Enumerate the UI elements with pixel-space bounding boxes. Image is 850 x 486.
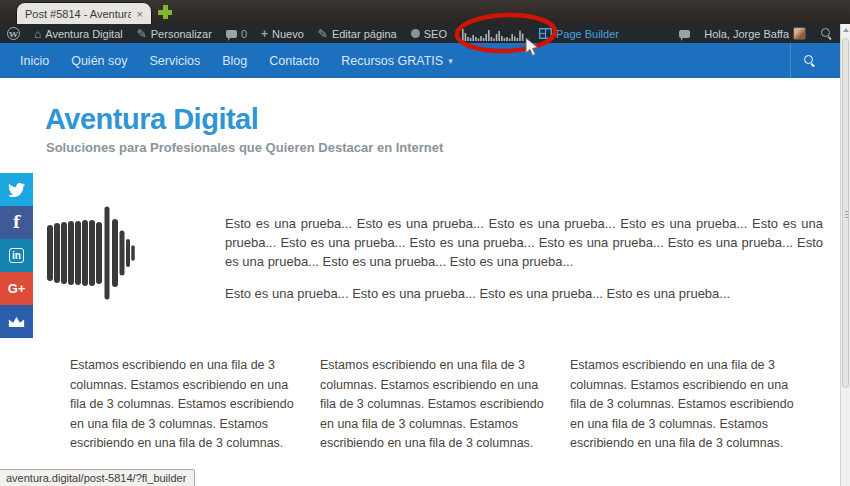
nav-search-button[interactable] [790,43,828,78]
admin-new[interactable]: + Nuevo [254,24,311,43]
admin-edit-page[interactable]: ✎ Editar página [311,24,404,43]
wp-logo-menu[interactable]: W [0,24,27,43]
edit-page-label: Editar página [332,28,397,40]
scrollbar-grip-icon [845,211,848,220]
seo-circle-icon [411,29,420,38]
search-icon [820,27,833,40]
tab-close-icon[interactable]: × [137,8,143,20]
twitter-share-button[interactable] [0,173,33,206]
nav-item-inicio[interactable]: Inicio [9,43,60,78]
facebook-f-icon: f [13,213,20,232]
customize-label: Personalizar [151,28,212,40]
crown-icon [8,316,25,328]
tab-title: Post #5814 - Aventura ... [25,8,131,20]
site-title-link[interactable]: Aventura Digital [45,103,258,136]
test-paragraph-1: Esto es una prueba... Esto es una prueba… [225,214,823,271]
admin-notification[interactable] [672,24,697,43]
nav-item-servicios[interactable]: Servicios [138,43,211,78]
pencil-icon: ✎ [318,28,328,40]
linkedin-in-icon: in [9,248,24,263]
nav-item-recursos-gratis[interactable]: Recursos GRATIS ▾ [330,43,463,78]
admin-page-builder[interactable]: Page Builder [532,24,626,43]
scrollbar[interactable] [840,24,850,486]
admin-stats[interactable] [454,24,532,43]
search-icon [803,54,816,67]
share-rail: f in G+ [0,173,33,338]
brush-icon: ✎ [137,28,147,40]
new-label: Nuevo [272,28,304,40]
status-url: aventura.digital/post-5814/?fl_builder [0,469,195,486]
nav-item-contacto[interactable]: Contacto [258,43,330,78]
wp-admin-bar: W ⌂ Aventura Digital ✎ Personalizar 0 + … [0,24,840,43]
site-tagline: Soluciones para Profesionales que Quiere… [46,140,443,155]
page-builder-label: Page Builder [556,28,619,40]
googleplus-share-button[interactable]: G+ [0,272,33,305]
wordpress-logo-icon: W [7,27,20,40]
home-icon: ⌂ [34,28,41,40]
notification-bubble-icon [679,30,690,38]
browser-tab[interactable]: Post #5814 - Aventura ... × [16,2,152,24]
facebook-share-button[interactable]: f [0,206,33,239]
sumo-share-button[interactable] [0,305,33,338]
comments-bubble-icon [226,30,237,38]
scrollbar-thumb[interactable] [842,38,849,388]
soundwave-image [44,205,144,301]
admin-customize[interactable]: ✎ Personalizar [130,24,219,43]
google-plus-icon: G+ [8,281,26,296]
nav-label: Contacto [269,54,319,68]
column-text-2: Estamos escribiendo en una fila de 3 col… [320,356,555,454]
nav-label: Blog [222,54,247,68]
scrollbar-up-arrow-icon[interactable] [842,26,850,34]
new-tab-icon[interactable] [158,5,172,19]
greeting-label: Hola, Jorge Baffa [704,28,789,40]
stats-sparkline-icon [461,27,525,41]
nav-item-blog[interactable]: Blog [211,43,258,78]
admin-site-name[interactable]: ⌂ Aventura Digital [27,24,130,43]
column-text-3: Estamos escribiendo en una fila de 3 col… [570,356,805,454]
nav-label: Servicios [149,54,200,68]
twitter-bird-icon [8,183,25,197]
three-column-row: Estamos escribiendo en una fila de 3 col… [70,356,805,454]
nav-label: Recursos GRATIS [341,54,443,68]
nav-label: Inicio [20,54,49,68]
admin-account[interactable]: Hola, Jorge Baffa [697,24,813,43]
plus-icon: + [261,28,268,40]
browser-window: Post #5814 - Aventura ... × W ⌂ Aventura… [0,0,850,486]
linkedin-share-button[interactable]: in [0,239,33,272]
comments-count: 0 [241,28,247,40]
admin-comments[interactable]: 0 [219,24,254,43]
site-nav: Inicio Quién soy Servicios Blog Contacto… [0,43,840,78]
test-paragraph-2: Esto es una prueba... Esto es una prueba… [225,284,823,303]
page-builder-grid-icon [539,28,552,39]
admin-search[interactable] [813,24,840,43]
chevron-down-icon: ▾ [448,56,453,66]
browser-tab-bar: Post #5814 - Aventura ... × [0,0,850,24]
site-name-label: Aventura Digital [45,28,122,40]
nav-item-quien-soy[interactable]: Quién soy [60,43,138,78]
seo-label: SEO [424,28,447,40]
avatar [793,27,806,40]
admin-seo[interactable]: SEO [404,24,454,43]
nav-label: Quién soy [71,54,127,68]
column-text-1: Estamos escribiendo en una fila de 3 col… [70,356,305,454]
